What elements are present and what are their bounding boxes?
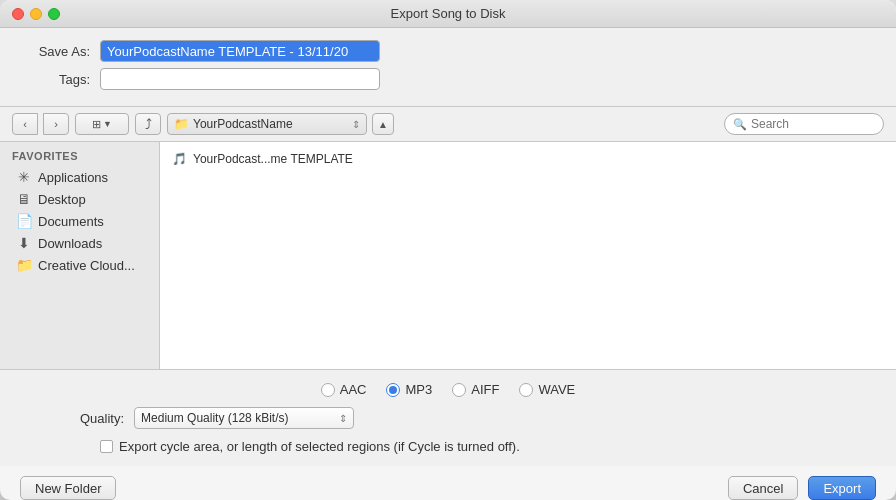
new-folder-button[interactable]: New Folder — [20, 476, 116, 500]
view-mode-button[interactable]: ⊞ ▼ — [75, 113, 129, 135]
quality-row: Quality: Medium Quality (128 kBit/s) ⇕ — [20, 407, 876, 429]
radio-label-mp3: MP3 — [405, 382, 432, 397]
sidebar-label-creative-cloud: Creative Cloud... — [38, 258, 135, 273]
save-area: Save As: Tags: — [0, 28, 896, 107]
downloads-icon: ⬇ — [16, 235, 32, 251]
maximize-button[interactable] — [48, 8, 60, 20]
creative-cloud-icon: 📁 — [16, 257, 32, 273]
sidebar-label-desktop: Desktop — [38, 192, 86, 207]
export-dialog: Export Song to Disk Save As: Tags: ‹ › ⊞… — [0, 0, 896, 500]
save-as-row: Save As: — [20, 40, 876, 62]
chevron-down-icon: ▼ — [103, 119, 112, 129]
sidebar-item-applications[interactable]: ✳ Applications — [4, 166, 155, 188]
location-name: YourPodcastName — [193, 117, 348, 131]
sidebar-label-documents: Documents — [38, 214, 104, 229]
radio-label-wave: WAVE — [538, 382, 575, 397]
quality-value: Medium Quality (128 kBit/s) — [141, 411, 288, 425]
content-area: Favorites ✳ Applications 🖥 Desktop 📄 Doc… — [0, 142, 896, 369]
save-as-input[interactable] — [100, 40, 380, 62]
search-icon: 🔍 — [733, 118, 747, 131]
tags-row: Tags: — [20, 68, 876, 90]
checkbox-row: Export cycle area, or length of selected… — [20, 439, 876, 454]
sidebar-section-label: Favorites — [0, 150, 159, 166]
window-title: Export Song to Disk — [391, 6, 506, 21]
radio-label-aac: AAC — [340, 382, 367, 397]
sidebar-label-applications: Applications — [38, 170, 108, 185]
radio-aiff[interactable]: AIFF — [452, 382, 499, 397]
search-box: 🔍 — [724, 113, 884, 135]
quality-arrows-icon: ⇕ — [339, 413, 347, 424]
close-button[interactable] — [12, 8, 24, 20]
expand-button[interactable]: ▲ — [372, 113, 394, 135]
sidebar-label-downloads: Downloads — [38, 236, 102, 251]
export-cycle-label: Export cycle area, or length of selected… — [119, 439, 520, 454]
cancel-button[interactable]: Cancel — [728, 476, 798, 500]
minimize-button[interactable] — [30, 8, 42, 20]
forward-button[interactable]: › — [43, 113, 69, 135]
sidebar: Favorites ✳ Applications 🖥 Desktop 📄 Doc… — [0, 142, 160, 369]
search-input[interactable] — [751, 117, 875, 131]
grid-icon: ⊞ — [92, 118, 101, 131]
export-button[interactable]: Export — [808, 476, 876, 500]
radio-wave[interactable]: WAVE — [519, 382, 575, 397]
file-name: YourPodcast...me TEMPLATE — [193, 152, 353, 166]
radio-aac[interactable]: AAC — [321, 382, 367, 397]
tags-label: Tags: — [20, 72, 100, 87]
export-cycle-checkbox[interactable] — [100, 440, 113, 453]
sidebar-item-creative-cloud[interactable]: 📁 Creative Cloud... — [4, 254, 155, 276]
sidebar-item-documents[interactable]: 📄 Documents — [4, 210, 155, 232]
footer: New Folder Cancel Export — [0, 466, 896, 500]
back-button[interactable]: ‹ — [12, 113, 38, 135]
tags-input[interactable] — [100, 68, 380, 90]
file-pane: 🎵 YourPodcast...me TEMPLATE — [160, 142, 896, 369]
toolbar: ‹ › ⊞ ▼ ⤴ 📁 YourPodcastName ⇕ ▲ 🔍 — [0, 107, 896, 142]
bottom-area: AAC MP3 AIFF WAVE Quality: Medium Qualit… — [0, 369, 896, 466]
radio-mp3[interactable]: MP3 — [386, 382, 432, 397]
radio-circle-wave — [519, 383, 533, 397]
sidebar-item-desktop[interactable]: 🖥 Desktop — [4, 188, 155, 210]
traffic-lights — [12, 8, 60, 20]
save-as-label: Save As: — [20, 44, 100, 59]
sidebar-item-downloads[interactable]: ⬇ Downloads — [4, 232, 155, 254]
file-icon: 🎵 — [172, 152, 187, 166]
radio-circle-mp3 — [386, 383, 400, 397]
location-picker[interactable]: 📁 YourPodcastName ⇕ — [167, 113, 367, 135]
folder-icon: 📁 — [174, 117, 189, 131]
radio-circle-aiff — [452, 383, 466, 397]
format-row: AAC MP3 AIFF WAVE — [20, 382, 876, 397]
quality-label: Quality: — [80, 411, 124, 426]
radio-dot-mp3 — [389, 386, 397, 394]
applications-icon: ✳ — [16, 169, 32, 185]
list-item[interactable]: 🎵 YourPodcast...me TEMPLATE — [168, 150, 888, 168]
radio-circle-aac — [321, 383, 335, 397]
documents-icon: 📄 — [16, 213, 32, 229]
quality-select[interactable]: Medium Quality (128 kBit/s) ⇕ — [134, 407, 354, 429]
titlebar: Export Song to Disk — [0, 0, 896, 28]
new-folder-icon-button[interactable]: ⤴ — [135, 113, 161, 135]
desktop-icon: 🖥 — [16, 191, 32, 207]
radio-label-aiff: AIFF — [471, 382, 499, 397]
folder-up-icon: ⤴ — [145, 116, 152, 132]
location-arrows-icon: ⇕ — [352, 119, 360, 130]
